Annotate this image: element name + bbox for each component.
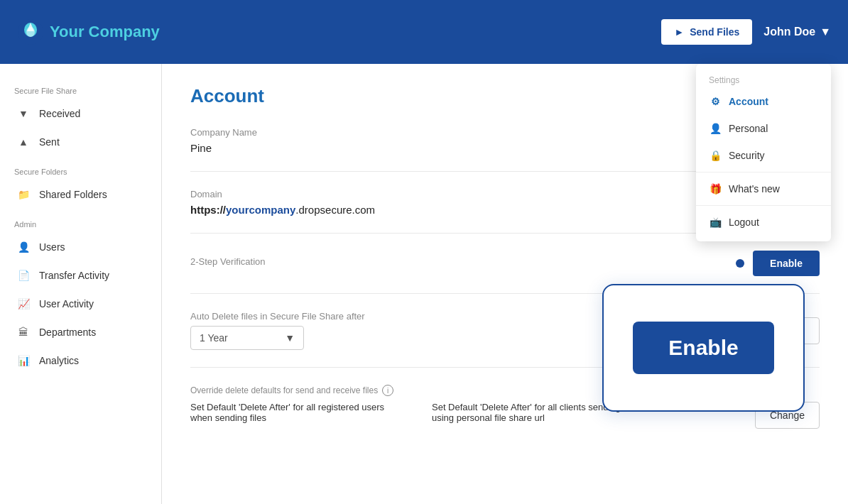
logo: Your Company: [17, 18, 160, 45]
send-files-button[interactable]: ► Send Files: [661, 19, 752, 45]
users-icon: 👤: [16, 240, 31, 254]
dropdown-item-personal[interactable]: 👤 Personal: [696, 115, 831, 142]
sidebar-item-departments[interactable]: 🏛 Departments: [0, 318, 161, 346]
sent-icon: ▲: [16, 135, 31, 149]
settings-dropdown: Settings ⚙ Account 👤 Personal 🔒 Security…: [696, 64, 831, 241]
dropdown-item-account[interactable]: ⚙ Account: [696, 88, 831, 115]
sidebar: Secure File Share ▼ Received ▲ Sent Secu…: [0, 64, 162, 504]
two-step-actions: Enable: [736, 251, 820, 276]
auto-delete-select[interactable]: 1 Year ▼: [190, 326, 304, 350]
sidebar-item-analytics[interactable]: 📊 Analytics: [0, 346, 161, 375]
logout-icon: 📺: [709, 216, 722, 229]
logo-text: Your Company: [50, 23, 160, 41]
sidebar-item-users[interactable]: 👤 Users: [0, 233, 161, 261]
sidebar-item-user-activity[interactable]: 📈 User Activity: [0, 290, 161, 318]
transfer-icon: 📄: [16, 268, 31, 283]
dropdown-settings-label: Settings: [696, 70, 831, 88]
enable-button[interactable]: Enable: [753, 251, 820, 276]
user-menu-button[interactable]: John Doe ▼: [763, 26, 831, 38]
chevron-down-icon: ▼: [820, 26, 831, 38]
sidebar-item-sent[interactable]: ▲ Sent: [0, 128, 161, 156]
sidebar-item-shared-folders[interactable]: 📁 Shared Folders: [0, 180, 161, 209]
send-icon: ►: [674, 26, 684, 38]
account-icon: ⚙: [709, 95, 722, 108]
activity-icon: 📈: [16, 297, 31, 311]
sidebar-section-admin: Admin: [0, 209, 161, 233]
override-card-1: Set Default 'Delete After' for all regis…: [190, 402, 403, 423]
auto-delete-label: Auto Delete files in Secure File Share a…: [190, 311, 365, 322]
sidebar-section-file-share: Secure File Share: [0, 75, 161, 99]
enable-spotlight-card: Enable: [602, 284, 805, 412]
info-icon: i: [382, 385, 393, 396]
dropdown-divider-2: [696, 205, 831, 206]
security-icon: 🔒: [709, 149, 722, 162]
chevron-down-icon: ▼: [285, 332, 295, 344]
dropdown-divider: [696, 172, 831, 172]
topbar-right: ► Send Files John Doe ▼: [661, 19, 831, 45]
departments-icon: 🏛: [16, 325, 31, 339]
sidebar-section-folders: Secure Folders: [0, 156, 161, 180]
sidebar-item-received[interactable]: ▼ Received: [0, 99, 161, 128]
received-icon: ▼: [16, 106, 31, 121]
logo-icon: [17, 18, 44, 45]
two-step-row: 2-Step Verification Enable: [190, 251, 820, 276]
personal-icon: 👤: [709, 122, 722, 135]
connector-dot: [736, 259, 744, 268]
enable-spotlight-button[interactable]: Enable: [633, 322, 773, 374]
sidebar-item-transfer-activity[interactable]: 📄 Transfer Activity: [0, 261, 161, 290]
dropdown-item-security[interactable]: 🔒 Security: [696, 142, 831, 169]
dropdown-item-logout[interactable]: 📺 Logout: [696, 209, 831, 236]
dropdown-item-whats-new[interactable]: 🎁 What's new: [696, 175, 831, 202]
whats-new-icon: 🎁: [709, 182, 722, 195]
analytics-icon: 📊: [16, 354, 31, 368]
two-step-label: 2-Step Verification: [190, 256, 266, 267]
folder-icon: 📁: [16, 187, 31, 202]
topbar: Your Company ► Send Files John Doe ▼: [0, 0, 848, 64]
